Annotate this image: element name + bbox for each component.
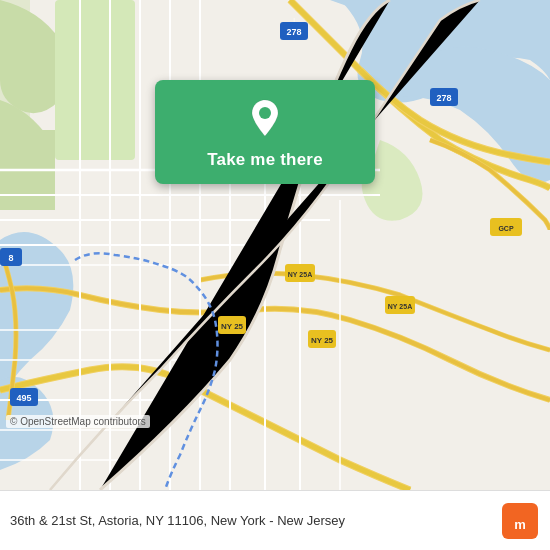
svg-text:NY 25: NY 25 (311, 336, 334, 345)
address-text: 36th & 21st St, Astoria, NY 11106, New Y… (10, 513, 502, 528)
svg-point-42 (259, 107, 271, 119)
take-me-there-button[interactable]: Take me there (207, 150, 323, 170)
svg-rect-1 (0, 0, 30, 120)
osm-credit: © OpenStreetMap contributors (6, 415, 150, 428)
moovit-logo: m (502, 503, 538, 539)
moovit-icon: m (502, 503, 538, 539)
svg-text:278: 278 (286, 27, 301, 37)
svg-text:NY 25A: NY 25A (288, 271, 312, 278)
svg-text:m: m (514, 517, 526, 532)
location-pin-icon (243, 96, 287, 140)
svg-text:GCP: GCP (498, 225, 514, 232)
bottom-bar: 36th & 21st St, Astoria, NY 11106, New Y… (0, 490, 550, 550)
svg-text:8: 8 (8, 253, 13, 263)
svg-text:278: 278 (436, 93, 451, 103)
svg-text:NY 25A: NY 25A (388, 303, 412, 310)
location-card: Take me there (155, 80, 375, 184)
map-container: 278 I 278 495 8 NY 25 NY 25 NY 25A NY 25… (0, 0, 550, 490)
svg-text:NY 25: NY 25 (221, 322, 244, 331)
svg-rect-2 (55, 0, 135, 160)
svg-text:495: 495 (16, 393, 31, 403)
